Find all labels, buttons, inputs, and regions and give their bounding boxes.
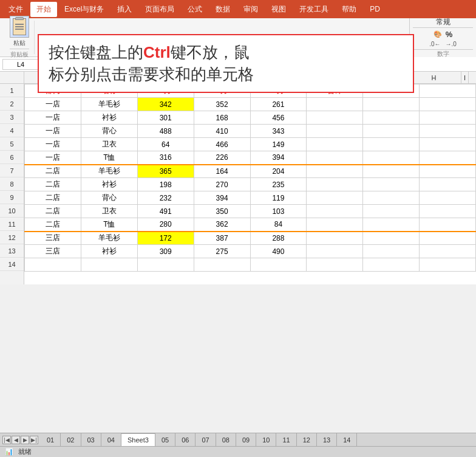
decimal-controls[interactable]: .0← →.0 (429, 41, 457, 47)
menu-excel-finance[interactable]: Excel与财务 (58, 2, 110, 17)
cell-f8[interactable] (307, 178, 363, 191)
cell-e3[interactable]: 456 (250, 111, 307, 125)
cell-h7[interactable] (420, 165, 476, 178)
cell-c4[interactable]: 488 (137, 125, 194, 138)
cell-c11[interactable]: 280 (137, 218, 194, 232)
cell-c5[interactable]: 64 (137, 138, 194, 151)
cell-g13[interactable] (363, 245, 420, 258)
cell-c6[interactable]: 316 (137, 151, 194, 165)
cell-g9[interactable] (363, 191, 420, 205)
menu-help[interactable]: 帮助 (336, 2, 362, 17)
cell-e6[interactable]: 394 (250, 151, 307, 165)
cell-b7[interactable]: 羊毛衫 (81, 165, 137, 178)
cell-b13[interactable]: 衬衫 (81, 245, 137, 258)
cell-g4[interactable] (363, 125, 420, 138)
cell-f13[interactable] (307, 245, 363, 258)
cell-h1[interactable] (420, 84, 476, 98)
cell-f14[interactable] (307, 258, 363, 272)
cell-c2[interactable]: 342 (137, 98, 194, 111)
cell-f6[interactable] (307, 151, 363, 165)
cell-f3[interactable] (307, 111, 363, 125)
cell-c14[interactable] (137, 258, 194, 272)
cell-g8[interactable] (363, 178, 420, 191)
sheet-tab-01[interactable]: 01 (41, 433, 61, 447)
cell-b14[interactable] (81, 258, 137, 272)
cell-g5[interactable] (363, 138, 420, 151)
sheet-tab-05[interactable]: 05 (155, 433, 175, 447)
cell-e13[interactable]: 490 (250, 245, 307, 258)
decrease-decimal[interactable]: .0← (429, 41, 440, 47)
menu-formula[interactable]: 公式 (182, 2, 208, 17)
cell-d9[interactable]: 394 (194, 191, 250, 205)
cell-a9[interactable]: 二店 (25, 191, 81, 205)
cell-e2[interactable]: 261 (250, 98, 307, 111)
tab-last-btn[interactable]: ▶| (30, 436, 38, 444)
cell-h9[interactable] (420, 191, 476, 205)
cell-h5[interactable] (420, 138, 476, 151)
sheet-tab-08[interactable]: 08 (216, 433, 236, 447)
cell-a14[interactable] (25, 258, 81, 272)
cell-f12[interactable] (307, 232, 363, 245)
sheet-tab-04[interactable]: 04 (101, 433, 121, 447)
sheet-tab-14[interactable]: 14 (337, 433, 357, 447)
cell-h3[interactable] (420, 111, 476, 125)
cell-a4[interactable]: 一店 (25, 125, 81, 138)
cell-b5[interactable]: 卫衣 (81, 138, 137, 151)
cell-g14[interactable] (363, 258, 420, 272)
cell-f10[interactable] (307, 205, 363, 218)
cell-reference-input[interactable] (2, 59, 39, 70)
cell-d7[interactable]: 164 (194, 165, 250, 178)
cell-e14[interactable] (250, 258, 307, 272)
cell-d13[interactable]: 275 (194, 245, 250, 258)
cell-e5[interactable]: 149 (250, 138, 307, 151)
cell-b8[interactable]: 衬衫 (81, 178, 137, 191)
sheet-tab-07[interactable]: 07 (195, 433, 216, 447)
cell-c12[interactable]: 172 (137, 232, 194, 245)
sheet-tab-12[interactable]: 12 (297, 433, 317, 447)
cell-h12[interactable] (420, 232, 476, 245)
cell-h4[interactable] (420, 125, 476, 138)
menu-home[interactable]: 开始 (30, 2, 57, 17)
cell-a3[interactable]: 一店 (25, 111, 81, 125)
sheet-tab-sheet3[interactable]: Sheet3 (121, 433, 155, 447)
cell-g10[interactable] (363, 205, 420, 218)
cell-d6[interactable]: 226 (194, 151, 250, 165)
col-header-h[interactable]: H (407, 72, 461, 84)
cell-f4[interactable] (307, 125, 363, 138)
cell-e12[interactable]: 288 (250, 232, 307, 245)
tab-prev-btn[interactable]: ◀ (12, 436, 20, 444)
cell-a12[interactable]: 三店 (25, 232, 81, 245)
cell-e8[interactable]: 235 (250, 178, 307, 191)
cell-a10[interactable]: 二店 (25, 205, 81, 218)
cell-d3[interactable]: 168 (194, 111, 250, 125)
cell-d5[interactable]: 466 (194, 138, 250, 151)
cell-d2[interactable]: 352 (194, 98, 250, 111)
cell-b12[interactable]: 羊毛衫 (81, 232, 137, 245)
menu-pd[interactable]: PD (364, 2, 386, 16)
cell-d10[interactable]: 350 (194, 205, 250, 218)
sheet-tab-10[interactable]: 10 (256, 433, 276, 447)
cell-h11[interactable] (420, 218, 476, 232)
cell-d11[interactable]: 362 (194, 218, 250, 232)
cell-a13[interactable]: 三店 (25, 245, 81, 258)
cell-f5[interactable] (307, 138, 363, 151)
cell-g11[interactable] (363, 218, 420, 232)
cell-b3[interactable]: 衬衫 (81, 111, 137, 125)
tab-first-btn[interactable]: |◀ (2, 436, 11, 444)
tab-next-btn[interactable]: ▶ (21, 436, 29, 444)
cell-b6[interactable]: T恤 (81, 151, 137, 165)
sheet-tab-09[interactable]: 09 (236, 433, 256, 447)
paste-button[interactable]: 粘贴 (10, 16, 29, 47)
sheet-tab-03[interactable]: 03 (81, 433, 101, 447)
cell-g6[interactable] (363, 151, 420, 165)
cell-e7[interactable]: 204 (250, 165, 307, 178)
col-header-i[interactable]: I (461, 72, 469, 84)
cell-e9[interactable]: 119 (250, 191, 307, 205)
cell-c13[interactable]: 309 (137, 245, 194, 258)
cell-a6[interactable]: 一店 (25, 151, 81, 165)
cell-e10[interactable]: 103 (250, 205, 307, 218)
sheet-tab-02[interactable]: 02 (61, 433, 81, 447)
cell-c10[interactable]: 491 (137, 205, 194, 218)
cell-e4[interactable]: 343 (250, 125, 307, 138)
cell-h10[interactable] (420, 205, 476, 218)
